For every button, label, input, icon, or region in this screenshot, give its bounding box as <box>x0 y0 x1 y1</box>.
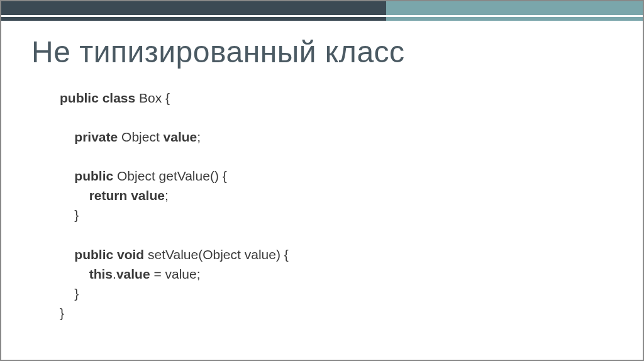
code-kw: public void <box>74 247 144 262</box>
code-kw: value <box>164 130 197 144</box>
code-text: Object getValue() { <box>113 169 227 183</box>
code-text: setValue(Object value) { <box>144 247 289 262</box>
code-kw: public class <box>60 91 135 105</box>
code-block: public class Box { private Object value;… <box>60 88 289 323</box>
code-kw: value <box>116 267 150 281</box>
slide-header-accent-thin <box>1 17 643 21</box>
slide-title: Не типизированный класс <box>31 35 405 69</box>
code-text: Object <box>118 130 163 144</box>
code-text: } <box>74 208 79 222</box>
code-text: ; <box>197 130 201 144</box>
code-kw: public <box>74 169 113 183</box>
code-text: = value; <box>150 267 201 281</box>
code-kw: this <box>89 267 113 281</box>
slide-header-accent <box>1 1 643 15</box>
code-text: ; <box>165 188 169 203</box>
code-text: } <box>74 286 79 301</box>
code-text: } <box>60 306 64 320</box>
code-kw: private <box>74 130 118 144</box>
code-text: Box { <box>135 91 170 105</box>
code-kw: return value <box>89 188 165 203</box>
